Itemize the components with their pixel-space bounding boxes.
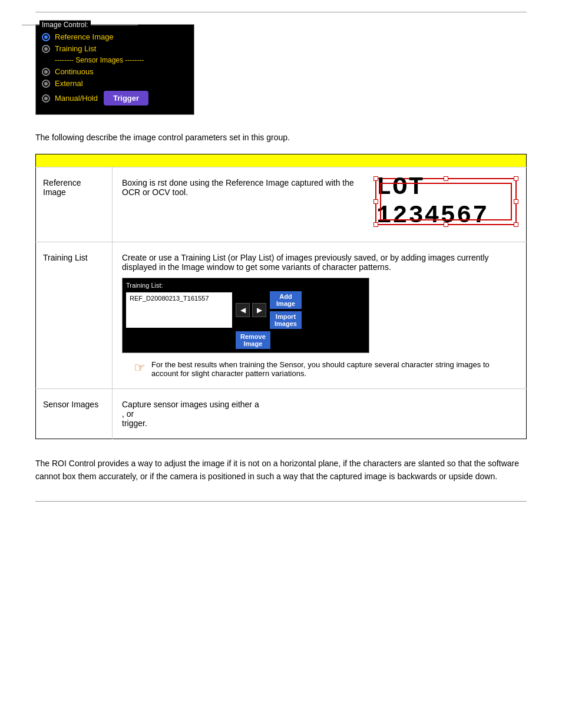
lot-image-container: LOT 1234567 xyxy=(375,178,517,225)
reference-image-content: Boxing is rst done using the Reference I… xyxy=(122,178,354,197)
sensor-content-3: trigger. xyxy=(122,419,147,428)
import-images-button[interactable]: ImportImages xyxy=(270,311,302,329)
handle-ml xyxy=(373,199,378,204)
handle-tm xyxy=(444,176,448,181)
handle-mr xyxy=(514,199,518,204)
training-list-panel: Training List: REF_D20080213_T161557 ◀ ▶… xyxy=(122,278,369,353)
radio-continuous[interactable] xyxy=(42,68,50,76)
radio-training-list[interactable] xyxy=(42,45,50,53)
panel-row-training-list[interactable]: Training List xyxy=(42,44,188,53)
handle-br xyxy=(514,222,518,227)
radio-reference-image[interactable] xyxy=(42,33,50,41)
cell-label-training: Training List xyxy=(36,242,113,389)
tip-icon: ☞ xyxy=(134,360,146,375)
panel-row-external[interactable]: External xyxy=(42,79,188,88)
remove-image-button[interactable]: RemoveImage xyxy=(236,331,270,349)
image-control-panel: Image Control: Reference Image Training … xyxy=(35,24,194,115)
panel-title: Image Control: xyxy=(39,20,91,29)
lot-inner-border xyxy=(380,183,512,220)
handle-tl xyxy=(373,176,378,181)
cell-content-training: Create or use a Training List (or Play L… xyxy=(113,242,527,389)
label-continuous: Continuous xyxy=(55,67,94,76)
training-panel-title: Training List: xyxy=(126,282,365,289)
nav-next-button[interactable]: ▶ xyxy=(252,303,266,317)
lot-image: LOT 1234567 xyxy=(375,178,517,225)
cell-content-sensor: Capture sensor images using either a , o… xyxy=(113,389,527,439)
page-wrapper: Image Control: Reference Image Training … xyxy=(0,0,562,728)
label-training-list: Training List xyxy=(55,44,96,53)
training-list-box: REF_D20080213_T161557 xyxy=(126,292,232,328)
main-table: Reference Image xyxy=(35,154,527,439)
label-external: External xyxy=(55,79,83,88)
tip-text: For the best results when training the S… xyxy=(151,360,517,378)
sensor-images-label: -------- Sensor Images -------- xyxy=(55,56,144,64)
label-manual-hold: Manual/Hold xyxy=(55,94,98,103)
add-image-button[interactable]: AddImage xyxy=(270,291,302,309)
handle-tr xyxy=(514,176,518,181)
sensor-content: Capture sensor images using either a xyxy=(122,400,259,409)
trigger-button[interactable]: Trigger xyxy=(104,91,148,106)
training-list-content: Create or use a Training List (or Play L… xyxy=(122,253,489,272)
training-list-label: Training List xyxy=(43,253,88,262)
handle-bl xyxy=(373,222,378,227)
label-reference-image: Reference Image xyxy=(55,32,114,41)
reference-image-label: Reference Image xyxy=(43,178,81,197)
training-panel-inner: REF_D20080213_T161557 ◀ ▶ AddImage Impor… xyxy=(126,291,365,329)
bottom-rule xyxy=(35,501,527,502)
tip-row: ☞ For the best results when training the… xyxy=(134,360,517,378)
sensor-content-2: , or xyxy=(122,409,134,419)
table-header-row xyxy=(36,154,527,167)
sensor-images-row-label: Sensor Images xyxy=(43,400,98,409)
handle-bm xyxy=(444,222,448,227)
panel-row-continuous[interactable]: Continuous xyxy=(42,67,188,76)
training-list-item: REF_D20080213_T161557 xyxy=(130,295,209,302)
panel-row-reference-image[interactable]: Reference Image xyxy=(42,32,188,41)
radio-manual-hold[interactable] xyxy=(42,94,50,103)
table-row-sensor-images: Sensor Images Capture sensor images usin… xyxy=(36,389,527,439)
cell-content-reference: LOT 1234567 Boxing is rst done using the… xyxy=(113,167,527,242)
nav-prev-button[interactable]: ◀ xyxy=(236,303,250,317)
table-header-cell xyxy=(36,154,527,167)
cell-label-sensor: Sensor Images xyxy=(36,389,113,439)
intro-text: The following describe the image control… xyxy=(35,133,527,142)
panel-row-manual-hold[interactable]: Manual/Hold Trigger xyxy=(42,91,188,106)
sensor-images-separator: -------- Sensor Images -------- xyxy=(55,56,188,64)
nav-buttons: ◀ ▶ xyxy=(236,303,266,317)
table-row-reference-image: Reference Image xyxy=(36,167,527,242)
top-rule xyxy=(35,12,527,12)
action-buttons: AddImage ImportImages xyxy=(270,291,302,329)
cell-label-reference: Reference Image xyxy=(36,167,113,242)
radio-external[interactable] xyxy=(42,80,50,88)
roi-text: The ROI Control provides a way to adjust… xyxy=(35,457,527,483)
table-row-training-list: Training List Create or use a Training L… xyxy=(36,242,527,389)
